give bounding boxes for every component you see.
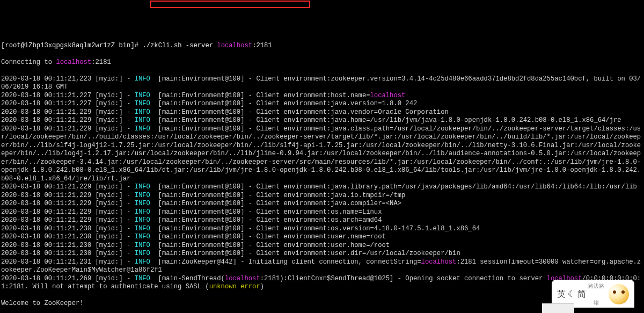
log-line: 2020-03-18 00:11:21,231 [myid:] - INFO [… (1, 258, 643, 275)
ime-lang-toggle[interactable]: 英 (557, 290, 566, 299)
log-line: 2020-03-18 00:11:21,223 [myid:] - INFO [… (1, 75, 643, 92)
ime-mascot-icon[interactable] (609, 284, 629, 304)
log-line: 2020-03-18 00:11:21,229 [myid:] - INFO [… (1, 208, 643, 217)
log-output: 2020-03-18 00:11:21,223 [myid:] - INFO [… (1, 75, 643, 292)
log-line: 2020-03-18 00:11:21,230 [myid:] - INFO [… (1, 250, 643, 258)
ime-moon-icon[interactable]: ☾ (568, 290, 575, 299)
log-line: 2020-03-18 00:11:21,229 [myid:] - INFO [… (1, 108, 643, 117)
shell-prompt: [root@iZbp13xqpgsk8aqlm2wr1zZ bin]# ./zk… (1, 42, 643, 50)
command-highlight-box (150, 1, 310, 8)
log-line: 2020-03-18 00:11:21,227 [myid:] - INFO [… (1, 100, 643, 108)
log-line: 2020-03-18 00:11:21,227 [myid:] - INFO [… (1, 92, 643, 100)
connecting-line: Connecting to localhost:2181 (1, 59, 643, 67)
log-line: 2020-03-18 00:11:21,230 [myid:] - INFO [… (1, 225, 643, 234)
terminal[interactable]: [root@iZbp13xqpgsk8aqlm2wr1zZ bin]# ./zk… (0, 33, 644, 313)
log-line: 2020-03-18 00:11:21,230 [myid:] - INFO [… (1, 242, 643, 250)
log-line: 2020-03-18 00:11:21,229 [myid:] - INFO [… (1, 183, 643, 192)
ime-simp-toggle[interactable]: 简 (577, 290, 586, 299)
log-line: 2020-03-18 00:11:21,230 [myid:] - INFO [… (1, 233, 643, 242)
log-line: 2020-03-18 00:11:21,229 [myid:] - INFO [… (1, 117, 643, 125)
taskbar-fragment (542, 303, 574, 313)
log-line: 2020-03-18 00:11:21,229 [myid:] - INFO [… (1, 200, 643, 208)
log-line: 2020-03-18 00:11:21,269 [myid:] - INFO [… (1, 275, 643, 292)
log-line: 2020-03-18 00:11:21,229 [myid:] - INFO [… (1, 192, 643, 200)
command-text: ./zkCli.sh -server (142, 42, 217, 49)
log-line: 2020-03-18 00:11:21,229 [myid:] - INFO [… (1, 125, 643, 184)
log-line: 2020-03-18 00:11:21,229 [myid:] - INFO [… (1, 216, 643, 225)
ime-label: 路边路输 (588, 282, 604, 307)
